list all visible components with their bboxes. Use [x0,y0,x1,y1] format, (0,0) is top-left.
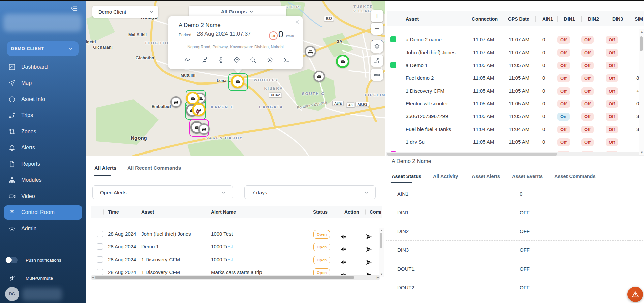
scrollbar-thumb[interactable] [387,153,557,156]
column-sim[interactable]: SIM [630,16,644,22]
row-checkbox[interactable] [97,269,103,275]
status-badge[interactable]: Open [313,230,330,239]
tab-all-activity[interactable]: All Activity [433,174,458,179]
asset-name[interactable]: Fuel ble fuel 4 tanks [399,126,467,132]
vehicle-marker[interactable] [170,96,182,108]
map-label: TUSKER [353,5,373,9]
tab-all-alerts[interactable]: All Alerts [94,165,116,171]
terminal-command-icon[interactable] [283,56,290,63]
directions-icon[interactable] [233,56,240,63]
column-din1[interactable]: DIN1 [557,16,581,22]
asset-row[interactable]: a Demo 2 name 11:07 AM 11:07 AM 0 Off Of… [387,33,644,46]
alert-status-select[interactable]: Open Alerts [92,185,233,199]
vehicle-marker[interactable] [198,123,210,135]
speaker-icon[interactable] [340,259,365,266]
asset-name[interactable]: 1 Discovery CFM [399,88,467,94]
sidebar-item-asset-info[interactable]: Asset Info [0,91,86,107]
client-selector-button[interactable]: DEMO CLIENT [7,41,79,56]
asset-row[interactable]: a Demo 1 11:05 AM 11:05 AM 0 Off Off Off [387,59,644,71]
push-notifications-toggle[interactable] [5,257,18,263]
column-din2[interactable]: DIN2 [581,16,606,22]
sidebar-item-map[interactable]: Map [0,75,86,91]
column-asset[interactable]: Asset [399,16,467,22]
scrollbar-thumb[interactable] [640,36,643,51]
sidebar-item-trips[interactable]: Trips [0,107,86,124]
tab-asset-events[interactable]: Asset Events [512,174,543,179]
map-groups-dropdown[interactable]: All Groups [189,6,286,18]
scrollbar-thumb[interactable] [380,233,382,248]
asset-name[interactable]: a Demo 2 name [399,37,467,42]
status-badge[interactable]: Open [313,243,330,251]
zoom-in-button[interactable]: + [371,10,383,22]
sidebar-item-modules[interactable]: Modules [0,172,86,188]
mute-unmute-button[interactable]: Mute/Unmute [0,273,86,283]
vehicle-marker-moving[interactable] [336,55,349,68]
asset-name[interactable]: a Demo 1 [399,62,467,68]
active-tab-underline [94,175,111,176]
column-din3[interactable]: DIN3 [606,16,630,22]
tab-asset-status[interactable]: Asset Status [392,174,421,179]
alert-row[interactable]: 28 Aug 2024 Demo 1 1000 Test Open [91,240,382,253]
speaker-icon[interactable] [340,233,365,240]
column-gps-date[interactable]: GPS Date [503,16,535,22]
vehicle-marker[interactable] [305,46,316,57]
alert-notification-fab[interactable] [627,287,643,302]
asset-row[interactable]: Electric wlt scooter 11:05 AM 11:05 AM 0… [387,97,644,110]
sidebar-item-admin[interactable]: Admin [0,221,86,237]
alert-range-select[interactable]: 7 days [244,185,376,199]
row-checkbox[interactable] [97,256,103,263]
row-checkbox[interactable] [97,231,103,237]
column-comments[interactable]: Comm [365,209,381,215]
asset-name[interactable]: Electric wlt scooter [399,101,467,106]
sidebar-item-alerts[interactable]: Alerts [0,140,86,156]
asset-name[interactable]: Fuel demo 2 [399,75,467,81]
asset-row[interactable]: Fuel demo 2 11:05 AM 11:05 AM 0 Off Off … [387,71,644,84]
sidebar-item-reports[interactable]: Reports [0,156,86,172]
activity-wave-icon[interactable] [184,56,191,63]
asset-row[interactable]: 1 drv Su 11:05 AM 11:05 AM 0 Off Off Off [387,135,644,148]
tab-asset-alerts[interactable]: Asset Alerts [472,174,500,179]
sidebar-item-zones[interactable]: Zones [0,124,86,140]
tab-all-recent-commands[interactable]: All Recent Commands [127,165,181,171]
column-asset[interactable]: Asset [137,209,207,215]
asset-row[interactable]: John (fuel thief) Jones 11:07 AM 11:07 A… [387,46,644,59]
street-view-icon[interactable] [217,56,224,63]
column-connection[interactable]: Connection [467,16,503,22]
map-view[interactable]: Kikuyu Mai A Ihii THOGOTO Gichotho siget… [86,0,385,156]
column-action[interactable]: Action [340,209,365,215]
asset-row[interactable]: Fuel ble fuel 4 tanks 11:04 AM 11:04 AM … [387,123,644,135]
vehicle-marker[interactable] [313,71,325,82]
sidebar-collapse-icon[interactable] [70,5,78,12]
search-icon[interactable] [249,56,256,63]
tab-asset-commands[interactable]: Asset Commands [554,174,595,179]
alert-row[interactable]: 28 Aug 2024 1 Discovery CFM 1000 Test Op… [91,253,382,266]
close-icon[interactable] [295,19,300,25]
scrollbar-thumb[interactable] [95,276,354,279]
route-nodes-icon[interactable] [371,55,383,67]
asset-name[interactable]: 1 drv Su [399,139,467,145]
column-alert-name[interactable]: Alert Name [207,209,309,215]
column-time[interactable]: Time [103,209,137,215]
status-badge[interactable]: Open [313,256,330,264]
sidebar-item-control-room[interactable]: Control Room [0,204,86,221]
layers-icon[interactable] [371,40,383,53]
asset-row[interactable]: 350612073967299 11:05 AM 11:05 AM 0 On O… [387,110,644,123]
trips-route-icon[interactable] [201,56,208,63]
asset-name[interactable]: John (fuel thief) Jones [399,49,467,55]
vehicle-marker[interactable] [231,75,244,88]
sidebar-item-dashboard[interactable]: Dashboard [0,59,86,75]
alert-row[interactable]: 28 Aug 2024 John (fuel thief) Jones 1000… [91,227,382,240]
row-checkbox[interactable] [97,243,103,250]
map-client-dropdown[interactable]: Demo Client [92,6,158,18]
column-ain1[interactable]: AIN1 [535,16,557,22]
measure-ruler-icon[interactable] [371,69,383,81]
filter-icon[interactable] [457,16,463,22]
zoom-out-button[interactable]: − [371,23,383,35]
user-avatar[interactable]: DG [5,287,19,301]
sidebar-item-video[interactable]: Video [0,188,86,204]
column-status[interactable]: Status [309,209,340,215]
gear-icon[interactable] [267,56,274,63]
asset-name[interactable]: 350612073967299 [399,113,467,119]
speaker-icon[interactable] [340,246,365,253]
asset-row[interactable]: 1 Discovery CFM 11:05 AM 11:05 AM 0 Off … [387,84,644,97]
